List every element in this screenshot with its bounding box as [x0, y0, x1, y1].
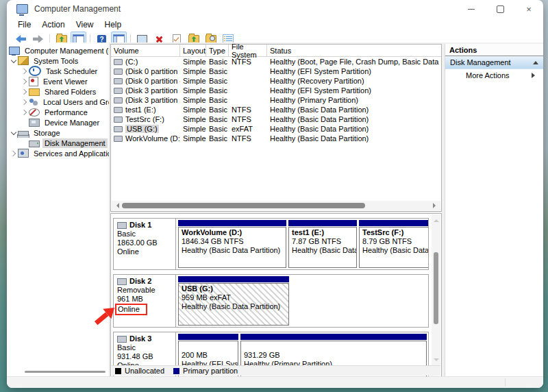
- table-row[interactable]: (Disk 3 partition 1) Simple Basic Health…: [111, 86, 441, 95]
- status-bar: [7, 376, 543, 388]
- volume-icon: [114, 78, 123, 84]
- volume-icon: [114, 88, 123, 94]
- disk-2-online-status-annotated: Online: [115, 304, 147, 315]
- primary-partition-band: [359, 220, 428, 226]
- volume-icon: [114, 126, 123, 132]
- shared-folders-icon: [29, 88, 40, 96]
- primary-partition-swatch: [173, 368, 179, 374]
- app-icon: [16, 4, 28, 14]
- sidebar-item-storage[interactable]: Storage: [7, 127, 109, 138]
- sidebar-item-system-tools[interactable]: System Tools: [7, 56, 109, 66]
- primary-partition-band: [178, 276, 289, 282]
- table-row[interactable]: WorkVolume (D:) Simple Basic NTFS Health…: [111, 134, 441, 143]
- partition-testsrc-f[interactable]: TestSrc (F:) 8.79 GB NTFS Healthy (Basic…: [359, 220, 428, 268]
- volume-list-horizontal-scrollbar[interactable]: [112, 201, 440, 210]
- disk-2-row: Disk 2 Removable 961 MB Online USB (G:) …: [113, 274, 429, 328]
- graphical-view-vertical-scrollbar[interactable]: [432, 215, 440, 366]
- collapse-icon[interactable]: [533, 58, 538, 64]
- partition-workvolume-d[interactable]: WorkVolume (D:) 1846.34 GB NTFS Healthy …: [178, 220, 286, 268]
- table-row[interactable]: test1 (E:) Simple Basic NTFS Healthy (Ba…: [111, 105, 441, 114]
- close-button[interactable]: ×: [514, 1, 543, 17]
- minimize-button[interactable]: [457, 1, 486, 17]
- scrollbar-thumb[interactable]: [122, 203, 365, 208]
- scrollbar-thumb[interactable]: [434, 252, 438, 324]
- disk-icon: [117, 222, 127, 229]
- table-row[interactable]: (Disk 0 partition 1) Simple Basic Health…: [111, 66, 441, 76]
- partition-test1-e[interactable]: test1 (E:) 7.87 GB NTFS Healthy (Basic D…: [288, 220, 357, 268]
- column-header-layout[interactable]: Layout: [180, 45, 206, 56]
- sidebar-item-shared-folders[interactable]: Shared Folders: [7, 86, 109, 97]
- volume-list: Volume Layout Type File System Status (C…: [110, 44, 442, 212]
- sidebar-item-disk-management[interactable]: Disk Management: [7, 138, 109, 148]
- window-title: Computer Management: [34, 4, 121, 14]
- column-header-volume[interactable]: Volume: [111, 45, 180, 56]
- primary-partition-band: [288, 220, 357, 226]
- sidebar-item-task-scheduler[interactable]: Task Scheduler: [7, 66, 109, 76]
- column-header-status[interactable]: Status: [267, 45, 441, 56]
- disk-1-label[interactable]: Disk 1 Basic 1863.00 GB Online: [114, 219, 176, 269]
- chevron-down-icon[interactable]: [9, 132, 18, 134]
- table-row-selected[interactable]: USB (G:) Simple Basic exFAT Healthy (Bas…: [111, 124, 441, 134]
- chevron-down-icon[interactable]: [9, 60, 18, 62]
- chevron-right-icon[interactable]: [9, 151, 18, 156]
- volume-icon: [114, 69, 123, 75]
- partition-usb-g-selected[interactable]: USB (G:) 959 MB exFAT Healthy (Basic Dat…: [178, 276, 289, 326]
- users-icon: [29, 98, 38, 106]
- close-icon: ×: [526, 5, 532, 14]
- task-scheduler-icon: [29, 66, 41, 76]
- sidebar-item-event-viewer[interactable]: Event Viewer: [7, 76, 109, 86]
- table-row[interactable]: (Disk 3 partition 2) Simple Basic Health…: [111, 95, 441, 105]
- primary-partition-band: [178, 334, 238, 340]
- scroll-left-icon[interactable]: [114, 203, 119, 208]
- disk-management-icon: [29, 140, 40, 147]
- scroll-right-icon[interactable]: [433, 203, 438, 208]
- disk-icon: [117, 336, 127, 343]
- maximize-icon: [497, 5, 504, 13]
- minimize-icon: [468, 9, 475, 10]
- chevron-right-icon[interactable]: [20, 69, 29, 73]
- actions-group-disk-management[interactable]: Disk Management: [445, 56, 543, 69]
- volume-icon: [114, 59, 123, 65]
- menu-view[interactable]: View: [71, 19, 99, 30]
- storage-icon: [18, 131, 29, 136]
- table-row[interactable]: (Disk 0 partition 4) Simple Basic Health…: [111, 76, 441, 86]
- disk-2-label[interactable]: Disk 2 Removable 961 MB Online: [114, 275, 176, 327]
- scroll-up-icon[interactable]: [434, 217, 439, 222]
- sidebar-item-services-applications[interactable]: Services and Applications: [7, 148, 109, 158]
- menu-file[interactable]: File: [12, 19, 36, 30]
- table-row[interactable]: (C:) Simple Basic NTFS Healthy (Boot, Pa…: [111, 57, 441, 66]
- table-row[interactable]: TestSrc (F:) Simple Basic NTFS Healthy (…: [111, 114, 441, 124]
- column-header-type[interactable]: Type: [206, 45, 229, 56]
- event-viewer-icon: [29, 77, 38, 86]
- column-header-file-system[interactable]: File System: [229, 45, 267, 56]
- computer-management-window: Computer Management × File Action View H…: [7, 0, 543, 388]
- services-icon: [18, 149, 29, 158]
- disk-1-row: Disk 1 Basic 1863.00 GB Online WorkVolum…: [113, 218, 429, 270]
- tree-horizontal-scrollbar[interactable]: [25, 371, 105, 373]
- disk-icon: [117, 278, 127, 285]
- menu-action[interactable]: Action: [36, 19, 70, 30]
- chevron-right-icon[interactable]: [20, 79, 29, 84]
- device-manager-icon: [29, 119, 40, 127]
- scroll-down-icon[interactable]: [434, 358, 439, 364]
- content-area: Computer Management (Local System Tools …: [7, 42, 543, 377]
- partition-legend: Unallocated Primary partition: [112, 365, 440, 376]
- chevron-right-icon[interactable]: [20, 110, 29, 114]
- sidebar-item-computer-management[interactable]: Computer Management (Local: [7, 45, 109, 56]
- sidebar-item-device-manager[interactable]: Device Manager: [7, 117, 109, 127]
- sidebar-item-local-users-groups[interactable]: Local Users and Groups: [7, 97, 109, 107]
- menu-help[interactable]: Help: [99, 19, 127, 30]
- title-bar[interactable]: Computer Management ×: [7, 0, 543, 18]
- unallocated-swatch: [115, 368, 121, 374]
- maximize-button[interactable]: [486, 1, 514, 17]
- sidebar-item-performance[interactable]: Performance: [7, 107, 109, 117]
- volume-icon: [114, 107, 123, 113]
- graphical-view: Disk 1 Basic 1863.00 GB Online WorkVolum…: [110, 213, 442, 377]
- actions-panel: Actions Disk Management More Actions: [445, 44, 543, 377]
- chevron-right-icon[interactable]: [20, 90, 29, 94]
- chevron-right-icon[interactable]: [20, 100, 29, 104]
- volume-icon: [114, 97, 123, 103]
- volume-list-header: Volume Layout Type File System Status: [111, 45, 441, 57]
- more-actions-item[interactable]: More Actions: [445, 69, 543, 81]
- submenu-arrow-icon: [532, 73, 538, 78]
